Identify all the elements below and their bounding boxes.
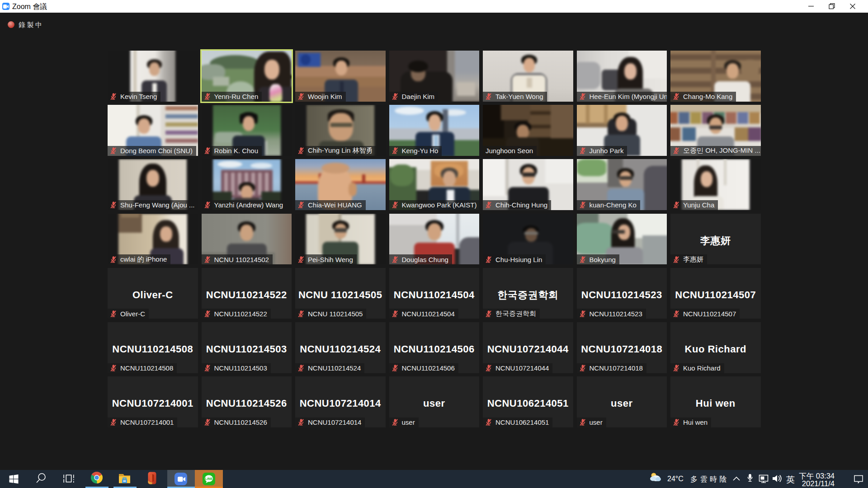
svg-text:LINE: LINE <box>205 476 213 480</box>
